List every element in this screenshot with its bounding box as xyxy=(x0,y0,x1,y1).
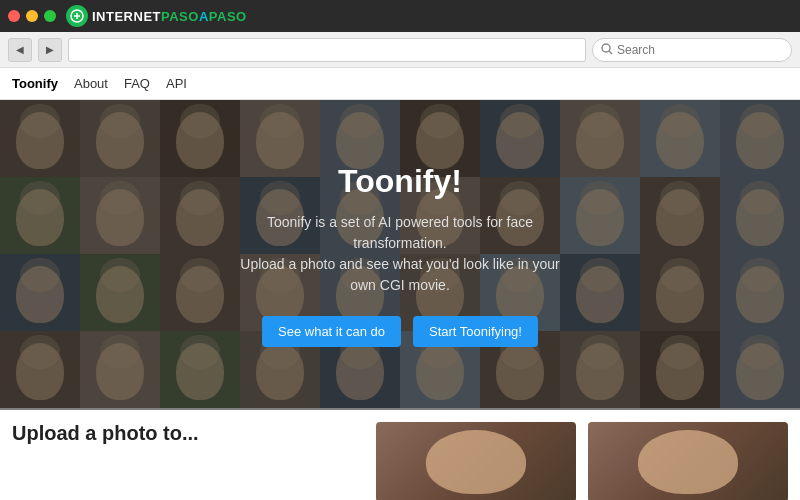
maximize-button[interactable] xyxy=(44,10,56,22)
svg-line-2 xyxy=(609,51,612,54)
hero-desc-line1: Toonify is a set of AI powered tools for… xyxy=(267,214,533,251)
nav-item-about[interactable]: About xyxy=(74,76,108,91)
bottom-heading: Upload a photo to... xyxy=(12,422,364,445)
bottom-left: Upload a photo to... xyxy=(12,422,364,488)
forward-button[interactable]: ▶ xyxy=(38,38,62,62)
hero-desc-line2: Upload a photo and see what you'd look l… xyxy=(240,256,559,293)
search-input[interactable] xyxy=(617,43,783,57)
hero-section: Toonify! Toonify is a set of AI powered … xyxy=(0,100,800,410)
hero-description: Toonify is a set of AI powered tools for… xyxy=(240,212,560,296)
browser-toolbar: ◀ ▶ xyxy=(0,32,800,68)
hero-content: Toonify! Toonify is a set of AI powered … xyxy=(240,163,560,347)
search-icon xyxy=(601,43,613,57)
site-nav: Toonify About FAQ API xyxy=(0,68,800,100)
bottom-section: Upload a photo to... xyxy=(0,410,800,500)
bottom-image xyxy=(376,422,576,500)
start-toonifying-button[interactable]: Start Toonifying! xyxy=(413,316,538,347)
nav-item-toonify[interactable]: Toonify xyxy=(12,76,58,91)
close-button[interactable] xyxy=(8,10,20,22)
logo-text: INTERNETPASOAPASO xyxy=(92,9,247,24)
see-what-it-can-do-button[interactable]: See what it can do xyxy=(262,316,401,347)
title-bar: INTERNETPASOAPASO xyxy=(0,0,800,32)
svg-point-1 xyxy=(602,44,610,52)
minimize-button[interactable] xyxy=(26,10,38,22)
logo-icon xyxy=(66,5,88,27)
search-container xyxy=(592,38,792,62)
address-bar[interactable] xyxy=(68,38,586,62)
hero-title: Toonify! xyxy=(240,163,560,200)
nav-item-faq[interactable]: FAQ xyxy=(124,76,150,91)
bottom-image-2 xyxy=(588,422,788,500)
back-button[interactable]: ◀ xyxy=(8,38,32,62)
nav-item-api[interactable]: API xyxy=(166,76,187,91)
hero-buttons: See what it can do Start Toonifying! xyxy=(240,316,560,347)
logo: INTERNETPASOAPASO xyxy=(66,5,247,27)
